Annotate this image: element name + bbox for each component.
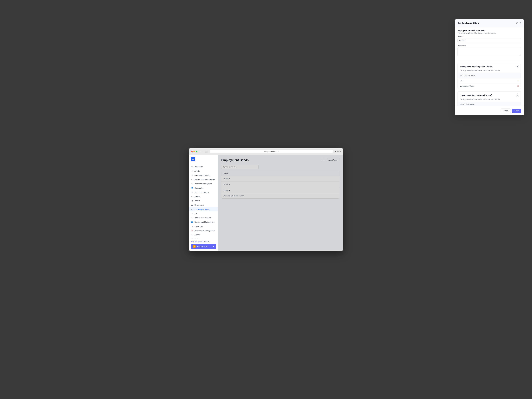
user-badge[interactable]: A Australian Kyud... ◉	[191, 244, 216, 249]
archive-icon: ▭	[191, 234, 193, 236]
sidebar-item-employment[interactable]: ▬ Employment	[189, 203, 218, 207]
sidebar-item-recruitment[interactable]: 👥 Recruitment Management	[189, 220, 218, 224]
close-modal-button[interactable]: ✕	[519, 21, 521, 25]
url-text: onepassport.co	[264, 151, 276, 152]
criteria-table-header: SPECIFIC CRITERIA	[458, 73, 521, 78]
add-group-criteria-button[interactable]: +	[516, 94, 519, 97]
sidebar-item-label: Compliance Register	[194, 174, 210, 176]
remove-criteria-button[interactable]: ✕	[517, 85, 519, 87]
performance-icon: 📈	[191, 229, 193, 232]
sidebar-item-air[interactable]: ≡ AIR	[189, 211, 218, 215]
app-content: ONE ⊞ Dashboard ≋ Assets ≡ Compliance Re…	[189, 155, 343, 251]
recruitment-icon: 👥	[191, 221, 193, 223]
sidebar-item-label: Performance Management	[194, 229, 215, 232]
info-section-desc: This is your employment band's name and …	[457, 32, 521, 34]
modal-panel: Edit Employment Band ⤢ ✕ Employment Band…	[455, 19, 524, 115]
modal-header-actions: ⤢ ✕	[516, 21, 521, 25]
air-icon: ≡	[191, 212, 193, 215]
sidebar-item-assets[interactable]: ≋ Assets	[189, 169, 218, 173]
modal-title: Edit Employment Band	[457, 22, 479, 24]
sidebar-item-compliance[interactable]: ≡ Compliance Register	[189, 173, 218, 177]
assets-icon: ≋	[191, 170, 193, 172]
chevron-icon: ◉	[213, 246, 214, 247]
address-bar[interactable]: onepassport.co ⟳	[210, 150, 333, 153]
sidebar-item-label: Employment Bands	[194, 208, 209, 210]
sidebar-item-onboarding[interactable]: 👤 Onboarding	[189, 186, 218, 190]
close-window-button[interactable]	[191, 151, 193, 152]
forward-button[interactable]: ›	[202, 150, 204, 153]
sidebar-item-label: Form Submissions	[194, 191, 209, 193]
reload-icon: ⟳	[277, 151, 279, 152]
close-button[interactable]: Close	[501, 108, 511, 113]
sidebar-item-immunisation[interactable]: ✎ Immunisation Register	[189, 182, 218, 186]
sidebar-item-settings[interactable]: ⚙ Settings	[189, 237, 218, 239]
criteria-item-label: More than 4 Years	[460, 85, 474, 87]
user-name: Australian Kyud...	[197, 246, 209, 247]
dashboard-icon: ⊞	[191, 165, 193, 168]
sidebar-item-label: Visitor Log	[194, 225, 203, 227]
browser-titlebar: ‹ › ⬜ onepassport.co ⟳ ⬆ ⧉ +	[189, 148, 343, 155]
criteria-section-desc: This is your employment band's associate…	[458, 70, 521, 73]
group-criteria-header-row: Employment Band's Group (Criteria) +	[458, 92, 521, 98]
minimize-window-button[interactable]	[193, 151, 195, 152]
sidebar-item-label: Dashboard	[194, 166, 203, 168]
name-label: Name *	[457, 36, 521, 38]
sidebar-item-label: Assets	[194, 170, 200, 172]
form-submissions-icon: ≡	[191, 191, 193, 193]
sidebar: ONE ⊞ Dashboard ≋ Assets ≡ Compliance Re…	[189, 155, 218, 251]
section-divider-1	[457, 60, 521, 60]
sidebar-footer: Help Articles and Tutorials A Australian…	[189, 239, 218, 251]
criteria-section: Employment Band's Specific Criteria + Th…	[457, 63, 521, 89]
reports-icon: ▭	[191, 195, 193, 197]
sidebar-item-label: Reports	[194, 196, 201, 197]
sidebar-item-label: Immunisation Register	[194, 183, 212, 185]
user-avatar: A	[193, 245, 196, 248]
modal-overlay[interactable]	[218, 155, 343, 251]
main-content: Employment Bands + Asset Type ▾ NAME Gra…	[218, 155, 343, 251]
description-textarea[interactable]	[457, 47, 521, 56]
name-input[interactable]	[457, 38, 521, 43]
tab-icon[interactable]: ⧉	[337, 150, 339, 153]
sidebar-item-performance[interactable]: 📈 Performance Management	[189, 228, 218, 233]
share-icon[interactable]: ⬆	[335, 150, 336, 153]
save-button[interactable]: Save	[512, 109, 521, 113]
info-section: Employment Band's Information This is yo…	[457, 29, 521, 57]
modal-header: Edit Employment Band ⤢ ✕	[455, 19, 524, 27]
group-criteria-section-info: Employment Band's Group (Criteria)	[460, 94, 492, 96]
expand-modal-button[interactable]: ⤢	[516, 21, 518, 25]
onboarding-icon: 👤	[191, 187, 193, 189]
sidebar-item-micro-credentials[interactable]: ▭ Micro-Credentials Register	[189, 177, 218, 182]
info-section-title: Employment Band's Information	[457, 29, 521, 32]
sidebar-item-employment-bands[interactable]: ▭ Employment Bands	[189, 207, 218, 211]
sidebar-item-archive[interactable]: ▭ Archive	[189, 233, 218, 237]
sidebar-item-form-submissions[interactable]: ≡ Form Submissions	[189, 190, 218, 194]
remove-criteria-button[interactable]: ✕	[517, 79, 519, 82]
sidebar-item-dashboard[interactable]: ⊞ Dashboard	[189, 165, 218, 169]
criteria-item-label: PhD	[460, 80, 463, 82]
group-criteria-section-title: Employment Band's Group (Criteria)	[460, 94, 492, 96]
sidebar-item-label: Archive	[194, 234, 200, 236]
sidebar-item-label: Metrics	[194, 200, 200, 202]
traffic-lights	[191, 151, 197, 152]
required-indicator: *	[463, 36, 463, 38]
help-link[interactable]: Help Articles and Tutorials	[191, 241, 216, 242]
sidebar-item-reports[interactable]: ▭ Reports	[189, 194, 218, 199]
sidebar-item-metrics[interactable]: ◔ Metrics	[189, 199, 218, 203]
employment-icon: ▬	[191, 204, 193, 206]
sidebar-item-label: AIR	[194, 213, 197, 215]
sidebar-item-right-to-work[interactable]: ▭ Right to Work Checks	[189, 215, 218, 220]
criteria-section-title: Employment Band's Specific Criteria	[460, 66, 492, 68]
back-button[interactable]: ‹	[199, 150, 201, 153]
group-criteria-table-header: GROUP (CRITERIA)	[458, 102, 521, 106]
group-col-label: GROUP (CRITERIA)	[460, 103, 475, 105]
maximize-window-button[interactable]	[196, 151, 197, 152]
settings-icon: ⚙	[191, 238, 193, 239]
new-tab-icon[interactable]: +	[340, 150, 341, 153]
group-criteria-section-desc: This is your employment band's associate…	[458, 98, 521, 102]
criteria-item: PhD ✕	[458, 78, 521, 83]
sidebar-item-visitor-log[interactable]: ✎ Visitor Log	[189, 224, 218, 228]
add-criteria-button[interactable]: +	[516, 65, 519, 68]
sidebar-toggle-button[interactable]: ⬜	[204, 150, 208, 153]
sidebar-logo: ONE	[189, 155, 218, 164]
description-label: Description	[457, 44, 521, 46]
